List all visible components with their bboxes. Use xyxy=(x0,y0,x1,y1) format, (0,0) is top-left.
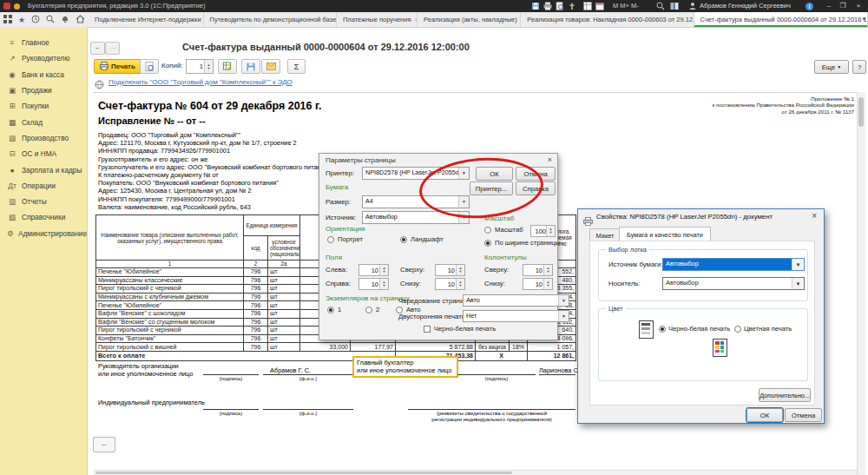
ok-button[interactable]: ОК xyxy=(746,408,783,422)
sidebar-item[interactable]: ▣ Продажи xyxy=(0,82,87,98)
main-menu-icon[interactable] xyxy=(3,15,12,25)
alternation-select[interactable]: Авто ▼ xyxy=(463,294,569,307)
close-button[interactable]: × xyxy=(852,0,865,12)
chevron-down-icon[interactable]: ▼ xyxy=(558,295,569,306)
product-row: Пирог тирольский с вишней 796 шт 33,000 … xyxy=(96,343,576,352)
document-tab[interactable]: Реализация товаров: Накладная 0000-00060… xyxy=(521,12,694,27)
stepper-arrows-icon[interactable]: ▲▼ xyxy=(543,279,552,289)
notifications-icon[interactable] xyxy=(61,15,69,25)
stepper-arrows-icon[interactable]: ▲▼ xyxy=(379,279,388,289)
stepper-arrows-icon[interactable]: ▲▼ xyxy=(543,265,552,275)
sidebar-item[interactable]: ↗ Руководителю xyxy=(0,50,87,66)
two-per-page-radio[interactable] xyxy=(365,307,372,313)
chevron-down-icon[interactable]: ▼ xyxy=(558,311,569,321)
total-row: Всего к оплате 71 453,38 X 12 861, xyxy=(96,351,576,360)
restore-button[interactable]: ❐ xyxy=(837,0,849,12)
document-tab[interactable]: Путеводитель по демонстрационной базе× xyxy=(204,12,337,27)
portrait-radio[interactable] xyxy=(327,236,334,243)
margin-bottom-stepper[interactable]: 10▲▼ xyxy=(435,278,465,290)
home-icon[interactable] xyxy=(76,15,85,25)
sidebar-item[interactable]: ⚙ Администрирование xyxy=(0,226,87,241)
sidebar-item[interactable]: ▧ Справочники xyxy=(0,209,87,225)
back-nav-button[interactable]: ← xyxy=(90,42,105,55)
bw-print-radio[interactable] xyxy=(659,326,666,333)
sidebar-item[interactable]: ● Зарплата и кадры xyxy=(0,162,87,177)
sidebar-item[interactable]: ▨ Производство xyxy=(0,130,87,146)
close-icon[interactable]: × xyxy=(812,211,817,221)
close-icon[interactable]: × xyxy=(548,155,552,164)
preview-button[interactable] xyxy=(140,59,159,74)
edit-table-button[interactable] xyxy=(218,59,237,74)
unit-code: 796 xyxy=(244,268,268,277)
requisites-caption: (реквизиты свидетельства о государственн… xyxy=(408,411,575,424)
horizontal-scrollbar-thumb[interactable] xyxy=(95,472,512,475)
sidebar-item-label: Главное xyxy=(22,38,49,47)
search-icon[interactable] xyxy=(46,15,55,25)
stepper-arrows-icon[interactable]: ▲▼ xyxy=(379,265,388,275)
save-document-button[interactable] xyxy=(241,59,260,74)
document-tab[interactable]: Реализация (акты, накладные)× xyxy=(418,12,521,27)
scale-radio[interactable] xyxy=(484,227,491,234)
sidebar-item-label: Производство xyxy=(22,134,69,142)
sidebar-item[interactable]: Дт Операции xyxy=(0,178,87,194)
sidebar-item[interactable]: ▦ Склад xyxy=(0,114,87,129)
bw-print-checkbox[interactable] xyxy=(424,326,431,333)
edo-icon xyxy=(95,77,104,93)
tab-list-dropdown-icon[interactable]: ▾ xyxy=(862,16,865,23)
header-top-value: 10 xyxy=(536,267,542,274)
sum-button[interactable]: Σ xyxy=(287,59,306,74)
sidebar-item[interactable]: ⊞ Покупки xyxy=(0,98,87,114)
cost: 5 872,88 xyxy=(396,343,476,352)
edo-connect-link[interactable]: Подключить "ООО "Торговый дом "Комплексн… xyxy=(108,78,293,86)
sidebar-item[interactable]: ⊟ ОС и НМА xyxy=(0,146,87,162)
print-button[interactable]: Печать xyxy=(94,59,141,74)
duplex-select[interactable]: Нет ▼ xyxy=(463,310,569,322)
document-tab[interactable]: Счет-фактура выданный 0000-0000604 от 29… xyxy=(694,12,868,27)
vertical-scrollbar[interactable] xyxy=(857,92,865,475)
margin-right-stepper[interactable]: 10▲▼ xyxy=(358,278,389,290)
more-button[interactable]: Еще▼ xyxy=(814,60,849,74)
advanced-button[interactable]: Дополнительно... xyxy=(759,388,811,402)
stepper-arrows-icon[interactable]: ▲▼ xyxy=(456,265,464,275)
info-icon[interactable]: i xyxy=(806,3,813,10)
chevron-down-icon[interactable]: ▼ xyxy=(792,278,804,289)
media-select[interactable]: Автовыбор ▼ xyxy=(662,277,805,290)
stepper-arrows-icon[interactable]: ▲▼ xyxy=(204,60,213,73)
product-name: Миникруассаны с клубничным джемом xyxy=(96,293,244,301)
fit-width-radio[interactable] xyxy=(484,240,491,247)
header-bottom-stepper[interactable]: 10▲▼ xyxy=(523,278,553,290)
margin-left-stepper[interactable]: 10▲▼ xyxy=(358,264,389,276)
tab-label: Подключение Интернет-поддержки xyxy=(95,16,201,23)
favorites-icon[interactable]: ★ xyxy=(18,16,25,24)
stepper-arrows-icon[interactable]: ▲▼ xyxy=(456,279,464,289)
scale-stepper[interactable]: 100 ▲▼ xyxy=(530,225,556,237)
help-button[interactable]: ? xyxy=(852,60,866,74)
vertical-scrollbar-thumb[interactable] xyxy=(858,97,864,127)
stepper-arrows-icon[interactable]: ▲▼ xyxy=(546,226,555,236)
one-per-page-radio[interactable] xyxy=(327,307,334,313)
sidebar-item[interactable]: ≡ Главное xyxy=(0,35,87,50)
report-back-button[interactable]: ← xyxy=(93,437,115,452)
document-tab[interactable]: Подключение Интернет-поддержки× xyxy=(89,12,204,27)
window-titlebar: Бухгалтерия предприятия, редакция 3.0 (1… xyxy=(0,0,868,12)
forward-nav-button[interactable]: → xyxy=(105,42,120,55)
sidebar-item[interactable]: ◉ Банк и касса xyxy=(0,67,87,82)
minimize-button[interactable]: – xyxy=(823,0,835,12)
header-top-stepper[interactable]: 10▲▼ xyxy=(523,264,553,276)
email-button[interactable] xyxy=(261,59,280,74)
paper-source-select[interactable]: Автовыбор ▼ xyxy=(662,258,805,271)
copies-stepper[interactable]: 1 ▲▼ xyxy=(186,59,214,74)
color-print-radio[interactable] xyxy=(734,326,741,333)
headers-section-label: Колонтитулы xyxy=(484,254,527,261)
sidebar-item[interactable]: ▥ Отчеты xyxy=(0,194,87,209)
memory-buttons[interactable]: М М+ М- xyxy=(613,0,639,12)
landscape-radio[interactable] xyxy=(400,236,407,243)
chevron-down-icon[interactable]: ▼ xyxy=(792,259,804,270)
margin-top-stepper[interactable]: 10▲▼ xyxy=(435,264,465,276)
document-tab[interactable]: Платежные поручения× xyxy=(337,12,418,27)
sidebar: ≡ Главное ↗ Руководителю ◉ Банк и касса … xyxy=(0,27,88,475)
cancel-button[interactable]: Отмена xyxy=(785,408,822,422)
invoice-detail-line: Грузоотправитель и его адрес: он же xyxy=(98,155,332,163)
history-icon[interactable] xyxy=(31,15,40,25)
current-user[interactable]: Абрамов Геннадий Сергеевич xyxy=(700,0,802,12)
